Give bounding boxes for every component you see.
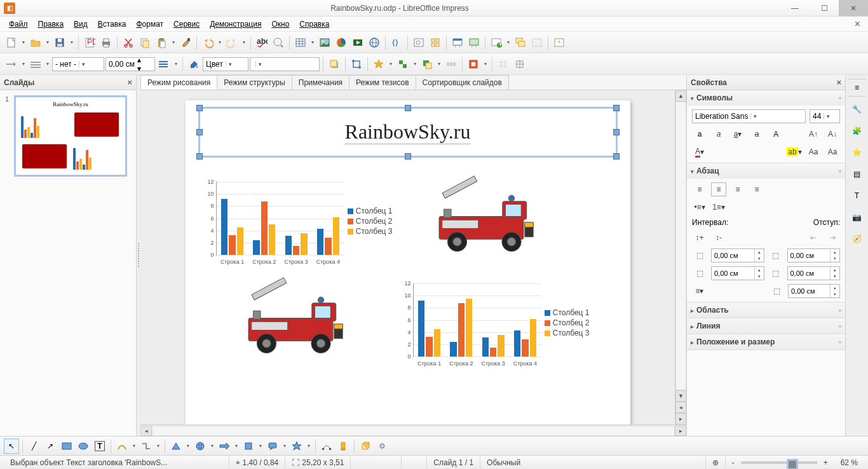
close-document-button[interactable]: × (851, 18, 864, 30)
shadow-icon[interactable] (327, 57, 342, 72)
chart-object-1[interactable]: 024681012Строка 1Строка 2Строка 3Строка … (198, 177, 395, 272)
fontwork-icon[interactable]: ⟨⟩ (389, 35, 404, 50)
para-section-header[interactable]: ▾Абзац▫ (687, 163, 845, 179)
presentation2-icon[interactable] (466, 35, 482, 50)
sidebar-tab-animation-icon[interactable]: T (848, 187, 866, 205)
sidebar-tab-nav-icon[interactable]: 🧭 (848, 230, 866, 248)
open-dropdown[interactable]: ▾ (44, 39, 51, 45)
guides-icon[interactable] (496, 57, 511, 72)
undo-icon[interactable] (200, 35, 215, 50)
menu-insert[interactable]: Вставка (93, 18, 132, 31)
inc-spacing-icon[interactable]: ↕+ (692, 231, 707, 245)
title-text[interactable]: RainbowSky.ru (345, 120, 471, 144)
table-dropdown[interactable]: ▾ (309, 39, 316, 45)
paste-icon[interactable] (154, 35, 169, 50)
presentation-icon[interactable] (450, 35, 465, 50)
arrows-dropdown[interactable]: ▾ (233, 443, 240, 449)
text-tool-icon[interactable]: T (92, 438, 107, 454)
snap-icon[interactable] (512, 57, 527, 72)
bullets-icon[interactable]: •≡▾ (692, 200, 707, 214)
minimize-button[interactable]: — (780, 0, 810, 17)
font-color-icon[interactable]: A▾ (692, 145, 707, 159)
new-document-icon[interactable] (4, 35, 19, 50)
fill-mode-combo[interactable]: Цвет▾ (203, 57, 248, 71)
grid-icon[interactable] (428, 35, 443, 50)
slide-dropdown[interactable]: ▾ (505, 39, 512, 45)
save-dropdown[interactable]: ▾ (69, 39, 75, 45)
effects-icon[interactable] (371, 57, 386, 72)
sidebar-tab-master-icon[interactable]: 🧩 (848, 122, 866, 140)
vertical-scrollbar[interactable]: ▲▼ ◂▸ (675, 90, 686, 425)
export-pdf-icon[interactable]: PDF (82, 35, 97, 50)
tab-notes[interactable]: Примечания (292, 75, 349, 90)
sidebar-tab-transition-icon[interactable]: ▤ (848, 165, 866, 183)
arrow-tool-icon[interactable]: ↗ (43, 438, 58, 454)
redo-icon[interactable] (224, 35, 240, 50)
indent-after-field[interactable]: 0,00 см▴▾ (787, 266, 841, 280)
decrease-font-icon[interactable]: A↓ (825, 127, 840, 141)
align-right-icon[interactable]: ≡ (730, 182, 745, 196)
curve-tool-icon[interactable] (114, 438, 130, 454)
image-firetruck-1[interactable] (427, 173, 548, 259)
menu-help[interactable]: Справка (294, 18, 334, 31)
shadow-text-icon[interactable]: A (768, 127, 783, 141)
line-style-combo[interactable]: - нет -▾ (52, 57, 104, 71)
format-paintbrush-icon[interactable] (178, 35, 193, 50)
chart-icon[interactable] (334, 35, 349, 50)
title-textbox[interactable]: RainbowSky.ru (198, 107, 618, 158)
autospell-icon[interactable] (271, 35, 286, 50)
arrow-style-dropdown[interactable]: ▾ (20, 61, 27, 67)
close-button[interactable]: ✕ (839, 0, 868, 17)
extrusion-dropdown[interactable]: ▾ (482, 61, 489, 67)
bold-icon[interactable]: a (692, 127, 707, 141)
sidebar-tab-menu-icon[interactable]: ≡ (848, 79, 866, 97)
increase-font-icon[interactable]: A↑ (806, 127, 821, 141)
undo-dropdown[interactable]: ▾ (217, 39, 223, 45)
symbols-section-header[interactable]: ▾Символы▫ (687, 90, 845, 105)
spellcheck-icon[interactable]: abc (254, 35, 269, 50)
image-icon[interactable] (317, 35, 332, 50)
align-dropdown[interactable]: ▾ (412, 61, 418, 67)
font-name-combo[interactable]: Liberation Sans▾ (692, 109, 806, 123)
superscript-icon[interactable]: Aa (806, 145, 821, 159)
interaction-icon[interactable]: ⚙ (374, 438, 390, 454)
line-section-header[interactable]: ▸Линия▫ (687, 318, 845, 334)
pos-section-header[interactable]: ▸Положение и размер▫ (687, 334, 845, 350)
menu-window[interactable]: Окно (266, 18, 294, 31)
line-width-combo[interactable]: 0,00 см▴▾ (105, 57, 155, 71)
fill-color-combo[interactable]: ▾ (250, 57, 320, 71)
align-justify-icon[interactable]: ≡ (749, 182, 764, 196)
sidebar-tab-properties-icon[interactable]: 🔧 (848, 100, 866, 118)
tab-handout[interactable]: Режим тезисов (349, 75, 416, 90)
slides-thumbnails[interactable]: 1 RainbowSky.ru (0, 90, 136, 436)
slide-icon[interactable]: + (489, 35, 504, 50)
maximize-button[interactable]: ☐ (810, 0, 839, 17)
horizontal-scrollbar[interactable]: ◂▸ (140, 425, 686, 436)
connector-dropdown[interactable]: ▾ (155, 443, 161, 449)
basic-shapes-icon[interactable] (168, 438, 184, 454)
print-icon[interactable] (98, 35, 114, 50)
symbol-shapes-icon[interactable] (193, 438, 208, 454)
highlight-icon[interactable]: ab▾ (787, 145, 802, 159)
edit-points-icon[interactable] (319, 438, 334, 454)
flowchart-icon[interactable] (241, 438, 256, 454)
cut-icon[interactable] (121, 35, 136, 50)
extrusion-icon[interactable] (466, 57, 481, 72)
arrange-dropdown[interactable]: ▾ (436, 61, 442, 67)
arrow-shapes-icon[interactable] (217, 438, 232, 454)
tab-outline[interactable]: Режим структуры (217, 75, 292, 90)
slide[interactable]: RainbowSky.ru 024681012Строка 1Строка 2С… (186, 100, 630, 425)
curve-dropdown[interactable]: ▾ (131, 443, 137, 449)
arrow-style-icon[interactable] (4, 57, 19, 72)
tab-drawing[interactable]: Режим рисования (140, 75, 217, 90)
zoom-icon[interactable] (411, 35, 426, 50)
strike-icon[interactable]: a (749, 127, 764, 141)
shapes-dropdown[interactable]: ▾ (185, 443, 191, 449)
align-center-icon[interactable]: ≡ (711, 182, 726, 196)
ellipse-tool-icon[interactable] (76, 438, 91, 454)
hyperlink-icon[interactable] (367, 35, 382, 50)
new-dropdown[interactable]: ▾ (20, 39, 27, 45)
crop-icon[interactable] (349, 57, 364, 72)
line-style-icon[interactable] (28, 57, 43, 72)
inc-indent-icon[interactable]: ⇥ (825, 231, 840, 245)
